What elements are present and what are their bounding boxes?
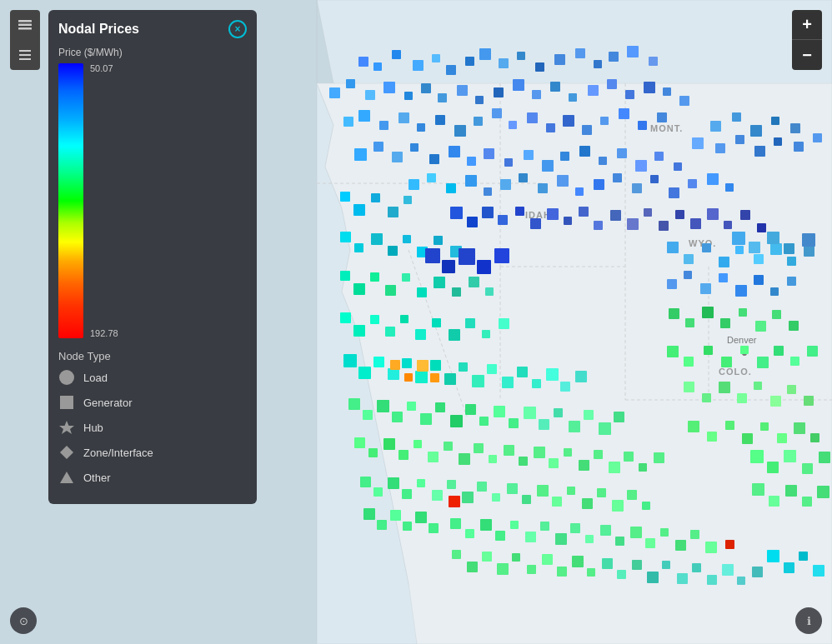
zoom-out-button[interactable]: − — [792, 40, 822, 70]
svg-rect-350 — [459, 248, 475, 265]
node-type-zone: Zone/Interface — [58, 444, 247, 461]
svg-rect-345 — [784, 562, 794, 573]
svg-rect-46 — [588, 85, 599, 96]
svg-rect-148 — [684, 271, 692, 279]
svg-rect-205 — [402, 273, 410, 282]
svg-rect-100 — [408, 179, 419, 190]
svg-rect-37 — [421, 83, 431, 93]
svg-rect-229 — [444, 373, 456, 385]
svg-rect-183 — [742, 433, 753, 444]
svg-rect-232 — [487, 364, 497, 374]
svg-rect-361 — [802, 463, 813, 474]
svg-rect-166 — [721, 357, 732, 367]
node-type-hub: Hub — [58, 419, 247, 436]
svg-rect-352 — [494, 248, 509, 263]
svg-rect-44 — [550, 82, 560, 92]
svg-rect-363 — [752, 483, 764, 496]
svg-rect-272 — [474, 443, 484, 453]
svg-rect-188 — [340, 192, 350, 202]
svg-rect-142 — [735, 246, 744, 254]
svg-rect-270 — [444, 442, 453, 451]
svg-rect-118 — [450, 207, 463, 219]
svg-rect-107 — [538, 183, 548, 193]
svg-rect-209 — [469, 277, 479, 287]
svg-rect-296 — [522, 495, 531, 504]
svg-rect-158 — [720, 318, 730, 328]
svg-rect-349 — [442, 260, 455, 273]
svg-rect-192 — [403, 196, 412, 204]
svg-rect-346 — [799, 552, 808, 561]
zone-icon — [58, 444, 75, 461]
svg-rect-186 — [794, 422, 805, 434]
svg-rect-267 — [398, 450, 408, 460]
svg-rect-67 — [619, 108, 629, 119]
svg-rect-204 — [385, 285, 396, 296]
svg-rect-79 — [774, 137, 782, 146]
svg-rect-311 — [540, 522, 549, 531]
legend-title: Nodal Prices — [58, 22, 139, 37]
svg-rect-201 — [340, 271, 350, 281]
svg-rect-196 — [388, 246, 398, 256]
svg-rect-206 — [417, 287, 427, 297]
svg-rect-197 — [403, 235, 411, 243]
svg-rect-182 — [725, 421, 734, 430]
price-section: Price ($/MWh) 50.07 192.78 — [58, 47, 247, 338]
svg-rect-28 — [594, 60, 602, 68]
svg-rect-146 — [804, 246, 814, 257]
svg-rect-31 — [649, 57, 658, 66]
svg-rect-190 — [371, 193, 380, 202]
svg-rect-189 — [353, 204, 365, 216]
svg-rect-80 — [794, 142, 804, 152]
svg-rect-340 — [707, 575, 717, 585]
svg-rect-52 — [343, 117, 353, 127]
node-type-title: Node Type — [58, 350, 247, 362]
svg-rect-181 — [707, 432, 717, 442]
info-button[interactable]: ℹ — [795, 607, 822, 634]
svg-rect-140 — [702, 243, 711, 252]
svg-rect-23 — [499, 58, 509, 68]
svg-rect-319 — [660, 528, 669, 537]
svg-rect-27 — [575, 48, 585, 58]
locate-button[interactable]: ⊙ — [10, 607, 37, 634]
svg-rect-76 — [715, 143, 725, 153]
svg-rect-34 — [365, 90, 375, 100]
legend-panel: Nodal Prices × Price ($/MWh) 50.07 192.7… — [48, 10, 257, 504]
svg-rect-358 — [750, 450, 764, 463]
svg-rect-243 — [348, 398, 360, 410]
svg-rect-102 — [446, 183, 456, 193]
svg-rect-325 — [482, 552, 492, 562]
svg-rect-50 — [663, 87, 671, 96]
svg-rect-274 — [504, 445, 514, 456]
svg-rect-163 — [667, 346, 679, 357]
layers-button[interactable] — [10, 10, 40, 40]
svg-rect-216 — [415, 329, 426, 340]
svg-rect-312 — [555, 533, 567, 545]
svg-rect-89 — [484, 148, 494, 159]
zoom-in-button[interactable]: + — [792, 10, 822, 40]
generator-icon — [58, 394, 75, 411]
svg-rect-286 — [373, 487, 383, 497]
svg-rect-289 — [417, 479, 425, 487]
svg-rect-324 — [467, 562, 478, 572]
svg-rect-105 — [500, 179, 511, 190]
svg-rect-149 — [700, 283, 711, 294]
close-button[interactable]: × — [228, 20, 247, 38]
svg-rect-257 — [554, 408, 563, 417]
svg-text:Denver: Denver — [727, 335, 757, 345]
svg-rect-106 — [519, 173, 528, 182]
svg-rect-261 — [614, 412, 624, 422]
menu-button[interactable] — [10, 40, 40, 70]
svg-rect-251 — [465, 404, 476, 415]
svg-rect-226 — [402, 358, 412, 368]
svg-rect-211 — [340, 312, 351, 323]
svg-rect-58 — [454, 125, 466, 137]
svg-rect-120 — [482, 207, 494, 218]
load-label: Load — [83, 372, 108, 384]
svg-rect-141 — [719, 257, 729, 267]
svg-rect-238 — [575, 371, 587, 382]
svg-rect-16 — [373, 62, 382, 71]
svg-rect-167 — [740, 346, 749, 354]
svg-rect-376 — [18, 27, 32, 30]
svg-rect-300 — [582, 498, 593, 509]
hub-label: Hub — [83, 422, 103, 434]
